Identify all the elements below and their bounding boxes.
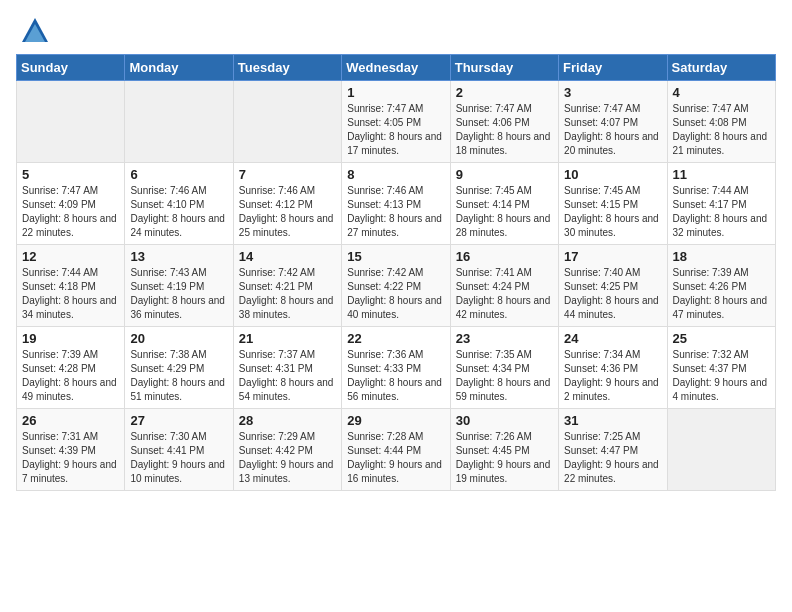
calendar-day-cell: 26Sunrise: 7:31 AM Sunset: 4:39 PM Dayli… [17,409,125,491]
day-number: 27 [130,413,227,428]
weekday-header-monday: Monday [125,55,233,81]
calendar-week-row: 26Sunrise: 7:31 AM Sunset: 4:39 PM Dayli… [17,409,776,491]
day-number: 17 [564,249,661,264]
day-info: Sunrise: 7:26 AM Sunset: 4:45 PM Dayligh… [456,430,553,486]
calendar-day-cell: 17Sunrise: 7:40 AM Sunset: 4:25 PM Dayli… [559,245,667,327]
day-info: Sunrise: 7:47 AM Sunset: 4:07 PM Dayligh… [564,102,661,158]
calendar-day-cell: 13Sunrise: 7:43 AM Sunset: 4:19 PM Dayli… [125,245,233,327]
calendar-empty-cell [125,81,233,163]
day-info: Sunrise: 7:32 AM Sunset: 4:37 PM Dayligh… [673,348,770,404]
day-info: Sunrise: 7:47 AM Sunset: 4:08 PM Dayligh… [673,102,770,158]
calendar-empty-cell [17,81,125,163]
calendar-empty-cell [667,409,775,491]
calendar-day-cell: 1Sunrise: 7:47 AM Sunset: 4:05 PM Daylig… [342,81,450,163]
day-number: 30 [456,413,553,428]
day-number: 26 [22,413,119,428]
calendar-day-cell: 18Sunrise: 7:39 AM Sunset: 4:26 PM Dayli… [667,245,775,327]
day-number: 9 [456,167,553,182]
calendar-day-cell: 22Sunrise: 7:36 AM Sunset: 4:33 PM Dayli… [342,327,450,409]
calendar-day-cell: 28Sunrise: 7:29 AM Sunset: 4:42 PM Dayli… [233,409,341,491]
day-info: Sunrise: 7:38 AM Sunset: 4:29 PM Dayligh… [130,348,227,404]
day-number: 24 [564,331,661,346]
day-number: 4 [673,85,770,100]
calendar-day-cell: 14Sunrise: 7:42 AM Sunset: 4:21 PM Dayli… [233,245,341,327]
day-number: 21 [239,331,336,346]
calendar-week-row: 19Sunrise: 7:39 AM Sunset: 4:28 PM Dayli… [17,327,776,409]
day-number: 13 [130,249,227,264]
weekday-header-tuesday: Tuesday [233,55,341,81]
calendar-day-cell: 27Sunrise: 7:30 AM Sunset: 4:41 PM Dayli… [125,409,233,491]
day-info: Sunrise: 7:46 AM Sunset: 4:10 PM Dayligh… [130,184,227,240]
calendar-week-row: 5Sunrise: 7:47 AM Sunset: 4:09 PM Daylig… [17,163,776,245]
weekday-header-sunday: Sunday [17,55,125,81]
day-info: Sunrise: 7:43 AM Sunset: 4:19 PM Dayligh… [130,266,227,322]
weekday-header-saturday: Saturday [667,55,775,81]
weekday-header-wednesday: Wednesday [342,55,450,81]
day-number: 6 [130,167,227,182]
calendar-day-cell: 16Sunrise: 7:41 AM Sunset: 4:24 PM Dayli… [450,245,558,327]
day-number: 11 [673,167,770,182]
day-number: 14 [239,249,336,264]
calendar-day-cell: 20Sunrise: 7:38 AM Sunset: 4:29 PM Dayli… [125,327,233,409]
weekday-header-row: SundayMondayTuesdayWednesdayThursdayFrid… [17,55,776,81]
day-number: 15 [347,249,444,264]
calendar-day-cell: 21Sunrise: 7:37 AM Sunset: 4:31 PM Dayli… [233,327,341,409]
calendar-day-cell: 6Sunrise: 7:46 AM Sunset: 4:10 PM Daylig… [125,163,233,245]
day-info: Sunrise: 7:35 AM Sunset: 4:34 PM Dayligh… [456,348,553,404]
calendar-day-cell: 7Sunrise: 7:46 AM Sunset: 4:12 PM Daylig… [233,163,341,245]
calendar-day-cell: 8Sunrise: 7:46 AM Sunset: 4:13 PM Daylig… [342,163,450,245]
day-number: 31 [564,413,661,428]
day-info: Sunrise: 7:25 AM Sunset: 4:47 PM Dayligh… [564,430,661,486]
calendar-day-cell: 31Sunrise: 7:25 AM Sunset: 4:47 PM Dayli… [559,409,667,491]
logo-icon [20,16,50,46]
day-number: 1 [347,85,444,100]
weekday-header-friday: Friday [559,55,667,81]
weekday-header-thursday: Thursday [450,55,558,81]
day-info: Sunrise: 7:34 AM Sunset: 4:36 PM Dayligh… [564,348,661,404]
day-info: Sunrise: 7:47 AM Sunset: 4:05 PM Dayligh… [347,102,444,158]
day-info: Sunrise: 7:45 AM Sunset: 4:14 PM Dayligh… [456,184,553,240]
day-number: 10 [564,167,661,182]
day-info: Sunrise: 7:45 AM Sunset: 4:15 PM Dayligh… [564,184,661,240]
calendar-day-cell: 29Sunrise: 7:28 AM Sunset: 4:44 PM Dayli… [342,409,450,491]
calendar-day-cell: 9Sunrise: 7:45 AM Sunset: 4:14 PM Daylig… [450,163,558,245]
day-info: Sunrise: 7:31 AM Sunset: 4:39 PM Dayligh… [22,430,119,486]
logo [20,16,54,46]
day-info: Sunrise: 7:46 AM Sunset: 4:13 PM Dayligh… [347,184,444,240]
day-number: 8 [347,167,444,182]
calendar-day-cell: 19Sunrise: 7:39 AM Sunset: 4:28 PM Dayli… [17,327,125,409]
calendar-day-cell: 10Sunrise: 7:45 AM Sunset: 4:15 PM Dayli… [559,163,667,245]
calendar-table: SundayMondayTuesdayWednesdayThursdayFrid… [16,54,776,491]
calendar-day-cell: 2Sunrise: 7:47 AM Sunset: 4:06 PM Daylig… [450,81,558,163]
day-info: Sunrise: 7:29 AM Sunset: 4:42 PM Dayligh… [239,430,336,486]
calendar-day-cell: 3Sunrise: 7:47 AM Sunset: 4:07 PM Daylig… [559,81,667,163]
day-number: 25 [673,331,770,346]
calendar-day-cell: 25Sunrise: 7:32 AM Sunset: 4:37 PM Dayli… [667,327,775,409]
day-number: 2 [456,85,553,100]
calendar-day-cell: 4Sunrise: 7:47 AM Sunset: 4:08 PM Daylig… [667,81,775,163]
calendar-empty-cell [233,81,341,163]
day-number: 23 [456,331,553,346]
day-info: Sunrise: 7:39 AM Sunset: 4:28 PM Dayligh… [22,348,119,404]
calendar-day-cell: 15Sunrise: 7:42 AM Sunset: 4:22 PM Dayli… [342,245,450,327]
day-info: Sunrise: 7:46 AM Sunset: 4:12 PM Dayligh… [239,184,336,240]
calendar-day-cell: 11Sunrise: 7:44 AM Sunset: 4:17 PM Dayli… [667,163,775,245]
calendar-week-row: 1Sunrise: 7:47 AM Sunset: 4:05 PM Daylig… [17,81,776,163]
day-info: Sunrise: 7:30 AM Sunset: 4:41 PM Dayligh… [130,430,227,486]
day-number: 18 [673,249,770,264]
day-info: Sunrise: 7:28 AM Sunset: 4:44 PM Dayligh… [347,430,444,486]
day-info: Sunrise: 7:37 AM Sunset: 4:31 PM Dayligh… [239,348,336,404]
day-number: 3 [564,85,661,100]
page-header [0,0,792,54]
calendar-day-cell: 24Sunrise: 7:34 AM Sunset: 4:36 PM Dayli… [559,327,667,409]
day-info: Sunrise: 7:44 AM Sunset: 4:17 PM Dayligh… [673,184,770,240]
day-number: 16 [456,249,553,264]
day-info: Sunrise: 7:47 AM Sunset: 4:09 PM Dayligh… [22,184,119,240]
day-info: Sunrise: 7:47 AM Sunset: 4:06 PM Dayligh… [456,102,553,158]
day-info: Sunrise: 7:40 AM Sunset: 4:25 PM Dayligh… [564,266,661,322]
day-number: 20 [130,331,227,346]
day-info: Sunrise: 7:39 AM Sunset: 4:26 PM Dayligh… [673,266,770,322]
day-number: 7 [239,167,336,182]
calendar-week-row: 12Sunrise: 7:44 AM Sunset: 4:18 PM Dayli… [17,245,776,327]
day-info: Sunrise: 7:41 AM Sunset: 4:24 PM Dayligh… [456,266,553,322]
